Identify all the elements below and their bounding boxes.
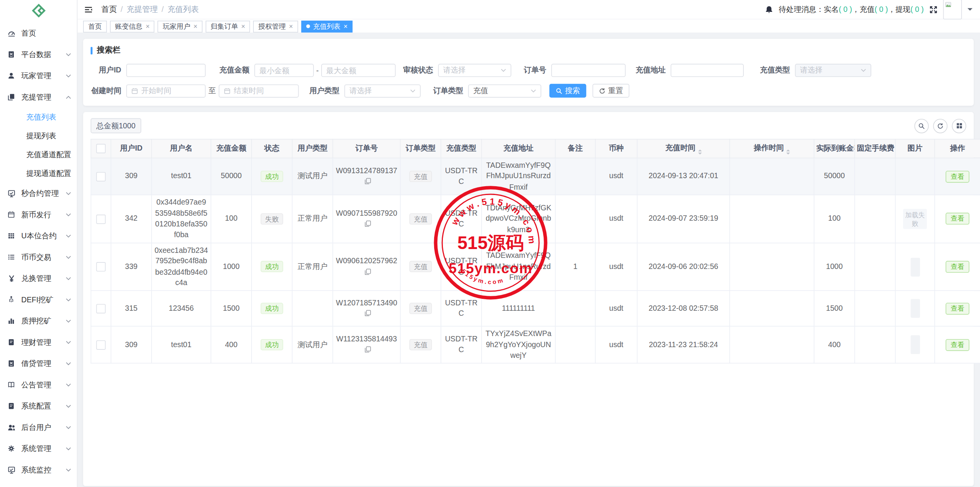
copy-icon[interactable]	[364, 310, 371, 317]
tab-首页[interactable]: 首页	[83, 20, 107, 32]
table-row[interactable]: 3151234561500成功W1207185713490充值USDT-TRC1…	[91, 291, 980, 326]
row-checkbox[interactable]	[96, 340, 105, 349]
row-checkbox[interactable]	[96, 214, 105, 223]
select-all-checkbox[interactable]	[96, 144, 105, 153]
start-date-input[interactable]: 开始时间	[126, 84, 206, 97]
message-count: ( 0 )	[910, 5, 924, 13]
sidebar-item[interactable]: 系统监控	[0, 459, 77, 480]
sidebar-item[interactable]: 系统管理	[0, 438, 77, 459]
logo[interactable]	[0, 0, 77, 23]
sidebar-item[interactable]: 借贷管理	[0, 353, 77, 374]
search-toggle-button[interactable]	[915, 118, 929, 133]
columns-button[interactable]	[952, 118, 967, 133]
copy-icon[interactable]	[364, 220, 371, 227]
sidebar-subitem[interactable]: 提现列表	[0, 126, 77, 145]
view-button[interactable]: 查看	[946, 261, 969, 273]
sidebar-subitem[interactable]: 充值通道配置	[0, 145, 77, 164]
cell: 查看	[935, 291, 980, 326]
sidebar-item[interactable]: 后台用户	[0, 416, 77, 438]
navbar-right: 待处理消息：实名( 0 )，充值( 0 )，提现( 0 )	[765, 0, 972, 20]
sort-icon[interactable]	[698, 149, 702, 154]
amount-min-input[interactable]	[254, 64, 314, 77]
close-icon[interactable]: ×	[241, 23, 245, 30]
cell: 失败	[252, 195, 292, 243]
sidebar-item[interactable]: 秒合约管理	[0, 183, 77, 204]
amount-max-input[interactable]	[321, 64, 395, 77]
copy-icon[interactable]	[364, 178, 371, 185]
user-type-select[interactable]: 请选择	[345, 84, 421, 97]
total-amount-button[interactable]: 总金额1000	[91, 118, 141, 133]
row-checkbox[interactable]	[96, 262, 105, 271]
sort-icon[interactable]	[786, 149, 790, 154]
header-recharge_time[interactable]: 充值时间	[637, 139, 730, 158]
order-no-input[interactable]	[551, 64, 626, 77]
view-button[interactable]: 查看	[946, 213, 969, 225]
sidebar-item[interactable]: 公告管理	[0, 374, 77, 395]
copy-icon[interactable]	[364, 268, 371, 275]
sidebar-subitem[interactable]: 充值列表	[0, 108, 77, 126]
view-button[interactable]: 查看	[946, 339, 969, 351]
row-checkbox[interactable]	[96, 172, 105, 181]
close-icon[interactable]: ×	[289, 23, 293, 30]
table-row[interactable]: 309test01400成功测试用户W1123135814493充值USDT-T…	[91, 326, 980, 364]
image-placeholder[interactable]	[910, 336, 920, 354]
title-accent-bar	[91, 47, 93, 54]
image-placeholder[interactable]	[910, 299, 920, 318]
tab-充值列表[interactable]: 充值列表×	[301, 20, 353, 32]
fullscreen-icon[interactable]	[929, 5, 938, 13]
table-row[interactable]: 309test0150000成功测试用户W0913124789137充值USDT…	[91, 158, 980, 195]
hamburger-icon[interactable]	[84, 5, 92, 13]
sidebar-item[interactable]: U本位合约	[0, 225, 77, 247]
refresh-button[interactable]	[933, 118, 948, 133]
sidebar-item[interactable]: 理财管理	[0, 331, 77, 353]
breadcrumb-item[interactable]: 首页	[101, 4, 117, 15]
breadcrumb-item[interactable]: 充值列表	[167, 4, 199, 15]
table-card: 总金额1000	[83, 112, 974, 486]
tab-授权管理[interactable]: 授权管理×	[253, 20, 298, 32]
sidebar-item[interactable]: 币币交易	[0, 246, 77, 268]
sidebar-item[interactable]: 玩家管理	[0, 65, 77, 87]
bell-icon[interactable]	[765, 5, 773, 13]
view-button[interactable]: 查看	[946, 303, 969, 315]
sidebar-item[interactable]: 充提管理	[0, 86, 77, 108]
reset-button[interactable]: 重置	[593, 84, 629, 98]
address-input[interactable]	[671, 64, 744, 77]
header-op_time[interactable]: 操作时间	[730, 139, 814, 158]
table-row[interactable]: 3390xeec1ab7b2347952be9c4f8abbe32dd4fb94…	[91, 243, 980, 291]
caret-down-icon[interactable]	[967, 8, 972, 13]
end-date-input[interactable]: 结束时间	[219, 84, 299, 97]
audit-status-select[interactable]: 请选择	[438, 64, 511, 77]
sidebar-item-label: 质押挖矿	[21, 316, 66, 326]
breadcrumb-item[interactable]: 充提管理	[127, 4, 158, 15]
sidebar-item[interactable]: 平台数据	[0, 44, 77, 65]
sidebar-subitem[interactable]: 提现通道配置	[0, 164, 77, 183]
avatar[interactable]	[943, 0, 962, 20]
order-type-select[interactable]: 充值	[468, 84, 541, 97]
tab-label: 账变信息	[115, 21, 142, 31]
sidebar-item[interactable]: 质押挖矿	[0, 310, 77, 332]
user-id-input[interactable]	[126, 64, 206, 77]
table-row[interactable]: 3420x344de97ae9535948b58e6f50120b18efa35…	[91, 195, 980, 243]
status-tag: 失败	[261, 213, 283, 224]
close-icon[interactable]: ×	[193, 23, 198, 30]
message-item[interactable]: 实名( 0 )	[824, 5, 852, 13]
close-icon[interactable]: ×	[145, 23, 150, 30]
tab-账变信息[interactable]: 账变信息×	[110, 20, 155, 32]
copy-icon[interactable]	[364, 346, 371, 353]
tab-归集订单[interactable]: 归集订单×	[206, 20, 250, 32]
row-checkbox[interactable]	[96, 304, 105, 313]
view-button[interactable]: 查看	[946, 171, 969, 182]
tab-玩家用户[interactable]: 玩家用户×	[158, 20, 203, 32]
message-item[interactable]: 充值( 0 )	[859, 5, 888, 13]
recharge-type-select[interactable]: 请选择	[795, 64, 871, 77]
sidebar-item[interactable]: 新币发行	[0, 204, 77, 225]
sidebar-item[interactable]: 首页	[0, 23, 77, 44]
sidebar-item[interactable]: DEFI挖矿	[0, 289, 77, 310]
sidebar-item[interactable]: 系统配置	[0, 395, 77, 417]
message-item[interactable]: 提现( 0 )	[895, 5, 924, 13]
close-icon[interactable]: ×	[344, 23, 348, 30]
image-placeholder[interactable]	[910, 257, 920, 276]
cell-user_type: 测试用户	[297, 172, 327, 180]
sidebar-item[interactable]: 兑换管理	[0, 268, 77, 289]
search-button[interactable]: 搜索	[549, 84, 586, 98]
